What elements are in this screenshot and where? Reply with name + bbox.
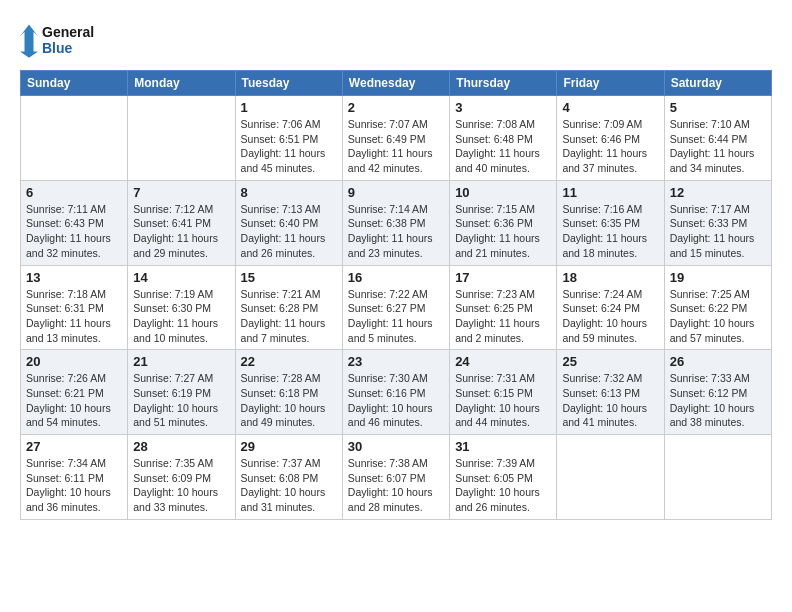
calendar-cell: 26Sunrise: 7:33 AM Sunset: 6:12 PM Dayli… xyxy=(664,350,771,435)
calendar-cell: 17Sunrise: 7:23 AM Sunset: 6:25 PM Dayli… xyxy=(450,265,557,350)
calendar-cell: 13Sunrise: 7:18 AM Sunset: 6:31 PM Dayli… xyxy=(21,265,128,350)
day-info: Sunrise: 7:33 AM Sunset: 6:12 PM Dayligh… xyxy=(670,371,766,430)
day-number: 13 xyxy=(26,270,122,285)
calendar-cell: 27Sunrise: 7:34 AM Sunset: 6:11 PM Dayli… xyxy=(21,435,128,520)
day-number: 31 xyxy=(455,439,551,454)
day-number: 23 xyxy=(348,354,444,369)
calendar-week-row-3: 13Sunrise: 7:18 AM Sunset: 6:31 PM Dayli… xyxy=(21,265,772,350)
calendar-cell: 3Sunrise: 7:08 AM Sunset: 6:48 PM Daylig… xyxy=(450,96,557,181)
day-info: Sunrise: 7:39 AM Sunset: 6:05 PM Dayligh… xyxy=(455,456,551,515)
day-number: 21 xyxy=(133,354,229,369)
day-info: Sunrise: 7:19 AM Sunset: 6:30 PM Dayligh… xyxy=(133,287,229,346)
day-info: Sunrise: 7:28 AM Sunset: 6:18 PM Dayligh… xyxy=(241,371,337,430)
day-number: 5 xyxy=(670,100,766,115)
calendar-week-row-4: 20Sunrise: 7:26 AM Sunset: 6:21 PM Dayli… xyxy=(21,350,772,435)
day-number: 14 xyxy=(133,270,229,285)
col-thursday: Thursday xyxy=(450,71,557,96)
calendar-cell: 2Sunrise: 7:07 AM Sunset: 6:49 PM Daylig… xyxy=(342,96,449,181)
calendar-cell: 18Sunrise: 7:24 AM Sunset: 6:24 PM Dayli… xyxy=(557,265,664,350)
day-number: 19 xyxy=(670,270,766,285)
calendar-cell: 6Sunrise: 7:11 AM Sunset: 6:43 PM Daylig… xyxy=(21,180,128,265)
calendar-cell: 10Sunrise: 7:15 AM Sunset: 6:36 PM Dayli… xyxy=(450,180,557,265)
calendar-week-row-5: 27Sunrise: 7:34 AM Sunset: 6:11 PM Dayli… xyxy=(21,435,772,520)
calendar-week-row-1: 1Sunrise: 7:06 AM Sunset: 6:51 PM Daylig… xyxy=(21,96,772,181)
svg-text:General: General xyxy=(42,24,94,40)
calendar-table: Sunday Monday Tuesday Wednesday Thursday… xyxy=(20,70,772,520)
day-info: Sunrise: 7:15 AM Sunset: 6:36 PM Dayligh… xyxy=(455,202,551,261)
day-number: 24 xyxy=(455,354,551,369)
calendar-cell: 20Sunrise: 7:26 AM Sunset: 6:21 PM Dayli… xyxy=(21,350,128,435)
calendar-cell: 7Sunrise: 7:12 AM Sunset: 6:41 PM Daylig… xyxy=(128,180,235,265)
day-info: Sunrise: 7:23 AM Sunset: 6:25 PM Dayligh… xyxy=(455,287,551,346)
calendar-cell: 30Sunrise: 7:38 AM Sunset: 6:07 PM Dayli… xyxy=(342,435,449,520)
day-info: Sunrise: 7:26 AM Sunset: 6:21 PM Dayligh… xyxy=(26,371,122,430)
day-info: Sunrise: 7:14 AM Sunset: 6:38 PM Dayligh… xyxy=(348,202,444,261)
day-info: Sunrise: 7:34 AM Sunset: 6:11 PM Dayligh… xyxy=(26,456,122,515)
day-number: 22 xyxy=(241,354,337,369)
calendar-cell: 29Sunrise: 7:37 AM Sunset: 6:08 PM Dayli… xyxy=(235,435,342,520)
day-number: 15 xyxy=(241,270,337,285)
logo-icon: General Blue xyxy=(20,20,100,60)
day-number: 1 xyxy=(241,100,337,115)
day-number: 29 xyxy=(241,439,337,454)
calendar-cell: 14Sunrise: 7:19 AM Sunset: 6:30 PM Dayli… xyxy=(128,265,235,350)
day-number: 12 xyxy=(670,185,766,200)
col-sunday: Sunday xyxy=(21,71,128,96)
day-number: 9 xyxy=(348,185,444,200)
day-info: Sunrise: 7:21 AM Sunset: 6:28 PM Dayligh… xyxy=(241,287,337,346)
calendar-cell: 16Sunrise: 7:22 AM Sunset: 6:27 PM Dayli… xyxy=(342,265,449,350)
day-number: 7 xyxy=(133,185,229,200)
day-info: Sunrise: 7:30 AM Sunset: 6:16 PM Dayligh… xyxy=(348,371,444,430)
day-number: 4 xyxy=(562,100,658,115)
day-number: 6 xyxy=(26,185,122,200)
logo: General Blue xyxy=(20,20,104,60)
calendar-cell: 19Sunrise: 7:25 AM Sunset: 6:22 PM Dayli… xyxy=(664,265,771,350)
calendar-cell: 25Sunrise: 7:32 AM Sunset: 6:13 PM Dayli… xyxy=(557,350,664,435)
day-info: Sunrise: 7:13 AM Sunset: 6:40 PM Dayligh… xyxy=(241,202,337,261)
calendar-cell: 21Sunrise: 7:27 AM Sunset: 6:19 PM Dayli… xyxy=(128,350,235,435)
day-info: Sunrise: 7:11 AM Sunset: 6:43 PM Dayligh… xyxy=(26,202,122,261)
day-info: Sunrise: 7:18 AM Sunset: 6:31 PM Dayligh… xyxy=(26,287,122,346)
day-number: 25 xyxy=(562,354,658,369)
col-friday: Friday xyxy=(557,71,664,96)
calendar-cell xyxy=(664,435,771,520)
day-info: Sunrise: 7:09 AM Sunset: 6:46 PM Dayligh… xyxy=(562,117,658,176)
calendar-week-row-2: 6Sunrise: 7:11 AM Sunset: 6:43 PM Daylig… xyxy=(21,180,772,265)
day-info: Sunrise: 7:06 AM Sunset: 6:51 PM Dayligh… xyxy=(241,117,337,176)
calendar-cell: 22Sunrise: 7:28 AM Sunset: 6:18 PM Dayli… xyxy=(235,350,342,435)
col-tuesday: Tuesday xyxy=(235,71,342,96)
day-number: 26 xyxy=(670,354,766,369)
calendar-header-row: Sunday Monday Tuesday Wednesday Thursday… xyxy=(21,71,772,96)
calendar-cell xyxy=(557,435,664,520)
day-info: Sunrise: 7:17 AM Sunset: 6:33 PM Dayligh… xyxy=(670,202,766,261)
calendar-cell: 28Sunrise: 7:35 AM Sunset: 6:09 PM Dayli… xyxy=(128,435,235,520)
day-info: Sunrise: 7:25 AM Sunset: 6:22 PM Dayligh… xyxy=(670,287,766,346)
day-info: Sunrise: 7:12 AM Sunset: 6:41 PM Dayligh… xyxy=(133,202,229,261)
calendar-cell: 1Sunrise: 7:06 AM Sunset: 6:51 PM Daylig… xyxy=(235,96,342,181)
day-number: 20 xyxy=(26,354,122,369)
calendar-cell: 23Sunrise: 7:30 AM Sunset: 6:16 PM Dayli… xyxy=(342,350,449,435)
day-info: Sunrise: 7:07 AM Sunset: 6:49 PM Dayligh… xyxy=(348,117,444,176)
day-info: Sunrise: 7:37 AM Sunset: 6:08 PM Dayligh… xyxy=(241,456,337,515)
day-number: 11 xyxy=(562,185,658,200)
svg-marker-2 xyxy=(20,25,38,58)
day-number: 18 xyxy=(562,270,658,285)
day-info: Sunrise: 7:24 AM Sunset: 6:24 PM Dayligh… xyxy=(562,287,658,346)
calendar-cell: 31Sunrise: 7:39 AM Sunset: 6:05 PM Dayli… xyxy=(450,435,557,520)
calendar-cell: 5Sunrise: 7:10 AM Sunset: 6:44 PM Daylig… xyxy=(664,96,771,181)
col-wednesday: Wednesday xyxy=(342,71,449,96)
day-info: Sunrise: 7:10 AM Sunset: 6:44 PM Dayligh… xyxy=(670,117,766,176)
day-number: 3 xyxy=(455,100,551,115)
day-info: Sunrise: 7:27 AM Sunset: 6:19 PM Dayligh… xyxy=(133,371,229,430)
col-monday: Monday xyxy=(128,71,235,96)
header: General Blue xyxy=(20,20,772,60)
day-number: 10 xyxy=(455,185,551,200)
day-number: 16 xyxy=(348,270,444,285)
day-info: Sunrise: 7:31 AM Sunset: 6:15 PM Dayligh… xyxy=(455,371,551,430)
calendar-cell: 24Sunrise: 7:31 AM Sunset: 6:15 PM Dayli… xyxy=(450,350,557,435)
svg-text:Blue: Blue xyxy=(42,40,73,56)
day-info: Sunrise: 7:16 AM Sunset: 6:35 PM Dayligh… xyxy=(562,202,658,261)
day-info: Sunrise: 7:32 AM Sunset: 6:13 PM Dayligh… xyxy=(562,371,658,430)
day-info: Sunrise: 7:38 AM Sunset: 6:07 PM Dayligh… xyxy=(348,456,444,515)
calendar-cell: 8Sunrise: 7:13 AM Sunset: 6:40 PM Daylig… xyxy=(235,180,342,265)
